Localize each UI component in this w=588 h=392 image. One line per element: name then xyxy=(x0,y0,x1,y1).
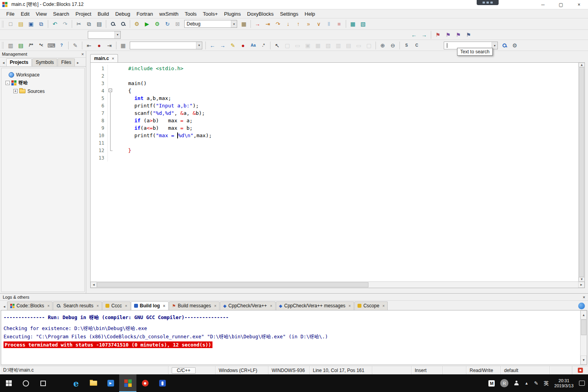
editor-horizontal-scrollbar[interactable]: ◄ ► xyxy=(91,281,584,288)
doxygen-block-comment-icon[interactable]: /** xyxy=(26,41,36,50)
menu-item-settings[interactable]: Settings xyxy=(277,10,301,18)
toolbar-grip[interactable] xyxy=(2,42,4,49)
collapse-icon[interactable]: - xyxy=(5,81,10,85)
editor-vertical-scrollbar[interactable]: ▲ ▼ xyxy=(578,63,584,281)
next-bookmark-icon[interactable]: ⚑ xyxy=(454,31,463,39)
thread-search-icon[interactable] xyxy=(578,303,585,309)
tree-item-project[interactable]: -呀哈 xyxy=(2,79,83,87)
scope-combo[interactable]: ▼ xyxy=(130,42,202,49)
menu-item-build[interactable]: Build xyxy=(94,10,112,18)
wxsmith-widget-icon[interactable]: ▭ xyxy=(354,41,363,50)
code-line[interactable]: 9 if(a<=b) max = b; xyxy=(91,124,584,132)
maximize-button[interactable]: ▢ xyxy=(552,0,570,9)
scroll-thumb[interactable] xyxy=(581,319,586,335)
code-line[interactable]: 7 scanf("%d,%d", &a, &b); xyxy=(91,109,584,117)
close-button[interactable]: × xyxy=(570,0,588,9)
menu-item-fortran[interactable]: Fortran xyxy=(133,10,156,18)
wxsmith-widget-icon[interactable]: ▢ xyxy=(283,41,292,50)
code-line[interactable]: 3main() xyxy=(91,80,584,87)
wxsmith-pointer-icon[interactable]: ↖ xyxy=(272,41,282,50)
rebuild-icon[interactable]: ↻ xyxy=(163,20,172,28)
code-line[interactable]: 11 xyxy=(91,139,584,147)
hidden-icons-chevron[interactable]: ▲ xyxy=(524,381,528,385)
log-tab-cppcheck-vera-messages[interactable]: ◆CppCheck/Vera++ messages× xyxy=(276,301,354,310)
search-options-icon[interactable]: ⚙ xyxy=(510,41,519,50)
scroll-thumb[interactable] xyxy=(97,282,368,287)
previous-function-icon[interactable]: ← xyxy=(208,41,217,50)
step-into-instruction-icon[interactable]: ∨ xyxy=(314,20,323,28)
menu-item-project[interactable]: Project xyxy=(73,10,94,18)
symbol-browser-icon[interactable]: ▦ xyxy=(118,41,128,50)
save-icon[interactable]: ▣ xyxy=(26,20,36,28)
code-editor[interactable]: 1#include <stdio.h>23main()4-{5 int a,b,… xyxy=(91,63,584,281)
redo-icon[interactable]: ↷ xyxy=(60,20,70,28)
toggle-source-icon[interactable]: S xyxy=(402,41,411,50)
save-all-icon[interactable]: ⧉ xyxy=(36,20,46,28)
tab-files[interactable]: Files xyxy=(58,58,74,66)
next-line-icon[interactable]: ↷ xyxy=(273,20,283,28)
code-line[interactable]: 5 int a,b,max; xyxy=(91,94,584,102)
code-line[interactable]: 10 printf("max = %d\n",max); xyxy=(91,132,584,139)
scroll-right-icon[interactable]: ► xyxy=(578,282,584,288)
menu-item-edit[interactable]: Edit xyxy=(18,10,33,18)
clock[interactable]: 20:31 2019/3/13 xyxy=(554,378,573,388)
log-tab-build-log[interactable]: Build log× xyxy=(131,301,169,310)
log-tab-cccc[interactable]: Cccc× xyxy=(102,301,131,310)
cut-icon[interactable]: ✂ xyxy=(74,20,83,28)
tree-item-workspace[interactable]: Workspace xyxy=(2,71,83,79)
open-file-icon[interactable]: ▤ xyxy=(16,20,25,28)
fold-collapse-icon[interactable]: - xyxy=(108,87,114,94)
media-app-button[interactable]: ▶ xyxy=(102,374,119,392)
log-tab-cscope[interactable]: Cscope× xyxy=(354,301,388,310)
menu-item-help[interactable]: Help xyxy=(301,10,318,18)
minimize-button[interactable]: ─ xyxy=(534,0,552,9)
scroll-down-icon[interactable]: ▼ xyxy=(581,356,587,365)
next-instruction-icon[interactable]: » xyxy=(304,20,313,28)
tab-symbols[interactable]: Symbols xyxy=(32,58,57,66)
log-tab-search-results[interactable]: Search results× xyxy=(53,301,102,310)
code-line[interactable]: 6 printf("Input a,b:"); xyxy=(91,102,584,109)
break-debugger-icon[interactable]: Ⅱ xyxy=(324,20,334,28)
scroll-down-icon[interactable]: ▼ xyxy=(579,277,585,281)
code-line[interactable]: 12} xyxy=(91,147,584,154)
doxygen-line-comment-icon[interactable]: *< xyxy=(36,41,46,50)
menu-item-tools[interactable]: Tools xyxy=(181,10,200,18)
code-line[interactable]: 2 xyxy=(91,72,584,80)
ime-indicator[interactable]: 英 xyxy=(544,380,549,387)
next-function-icon[interactable]: → xyxy=(218,41,227,50)
browse-forward-icon[interactable]: → xyxy=(419,31,429,39)
replace-icon[interactable] xyxy=(118,20,128,28)
menu-item-debug[interactable]: Debug xyxy=(112,10,133,18)
close-icon[interactable]: × xyxy=(82,52,84,56)
configure-tools-icon[interactable]: ✎ xyxy=(71,41,80,50)
show-call-tip-icon[interactable]: ▥ xyxy=(6,41,15,50)
zoom-in-icon[interactable]: ⊕ xyxy=(378,41,387,50)
browse-back-icon[interactable]: ← xyxy=(409,31,419,39)
copy-icon[interactable]: ⧉ xyxy=(84,20,94,28)
code-line[interactable]: 8 if (a>b) max = a; xyxy=(91,117,584,124)
menu-item-file[interactable]: File xyxy=(3,10,18,18)
blue-app-button[interactable] xyxy=(154,374,171,392)
scroll-track[interactable] xyxy=(368,282,578,288)
clear-bookmarks-icon[interactable]: ⚑ xyxy=(464,31,473,39)
toggle-c-icon[interactable]: C xyxy=(412,41,421,50)
logs-vertical-scrollbar[interactable]: ▲ ▼ xyxy=(580,310,587,365)
scroll-up-icon[interactable]: ▲ xyxy=(579,63,585,67)
help-icon[interactable]: ? xyxy=(57,41,66,50)
red-app-button[interactable] xyxy=(136,374,154,392)
cortana-button[interactable] xyxy=(17,374,34,392)
scroll-track[interactable] xyxy=(581,335,587,356)
edge-button[interactable]: e xyxy=(67,374,85,392)
macro-rewind-icon[interactable]: ⇤ xyxy=(84,41,94,50)
wxsmith-widget-icon[interactable]: ▦ xyxy=(313,41,323,50)
find-icon[interactable] xyxy=(108,20,118,28)
step-into-icon[interactable]: ↓ xyxy=(283,20,293,28)
close-icon[interactable]: × xyxy=(163,304,165,308)
debug-continue-icon[interactable]: → xyxy=(253,20,262,28)
menu-item-search[interactable]: Search xyxy=(50,10,72,18)
undo-icon[interactable]: ↶ xyxy=(50,20,60,28)
highlight-icon[interactable]: ✎ xyxy=(228,41,238,50)
wxsmith-widget-icon[interactable]: ▧ xyxy=(323,41,333,50)
menu-item-plugins[interactable]: Plugins xyxy=(221,10,244,18)
log-tab-code-blocks[interactable]: Code::Blocks× xyxy=(7,301,53,310)
